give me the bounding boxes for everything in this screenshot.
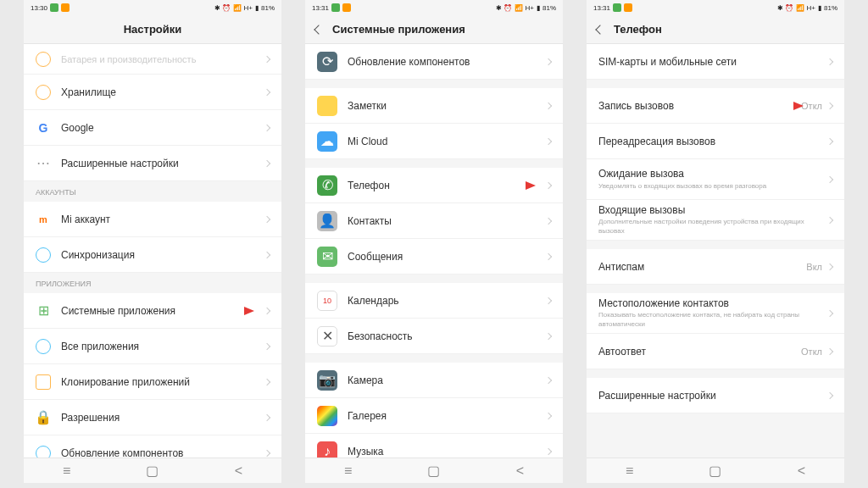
chevron-right-icon xyxy=(545,137,552,144)
chevron-right-icon xyxy=(264,251,270,258)
value: Вкл xyxy=(806,262,822,272)
label: Разрешения xyxy=(61,412,264,424)
sublabel: Уведомлять о входящих вызовах во время р… xyxy=(598,182,827,191)
value: Откл xyxy=(801,347,822,357)
chevron-right-icon xyxy=(826,102,833,108)
screen-phone-settings: 13:31 ✱ ⏰ 📶H+▮81% Телефон SIM-карты и мо… xyxy=(587,0,844,483)
label: Переадресация вызовов xyxy=(598,136,827,147)
notes-icon xyxy=(317,96,337,116)
label: Все приложения xyxy=(61,341,264,352)
screen-settings: 13:30 ✱ ⏰ 📶H+▮81% Настройки Батарея и пр… xyxy=(24,0,281,483)
chevron-right-icon xyxy=(826,347,833,354)
chevron-right-icon xyxy=(264,307,270,313)
status-net: H+ xyxy=(526,4,534,12)
row-call-forwarding[interactable]: Переадресация вызовов xyxy=(587,124,844,159)
nav-back-icon[interactable]: < xyxy=(514,465,526,477)
row-advanced-settings[interactable]: Расширенные настройки xyxy=(587,378,844,413)
chevron-right-icon xyxy=(545,447,552,454)
row-storage[interactable]: Хранилище xyxy=(24,75,281,110)
chevron-right-icon xyxy=(264,413,270,420)
nav-home-icon[interactable]: ▢ xyxy=(147,465,159,477)
chevron-right-icon xyxy=(545,217,552,224)
row-google[interactable]: G Google xyxy=(24,110,281,146)
row-battery[interactable]: Батарея и производительность xyxy=(24,44,281,75)
status-icons: ✱ ⏰ 📶 xyxy=(496,4,522,12)
row-messages[interactable]: ✉ Сообщения xyxy=(305,239,563,274)
status-badge-1 xyxy=(50,3,58,12)
row-security[interactable]: ✕ Безопасность xyxy=(305,319,563,354)
chevron-right-icon xyxy=(545,376,552,383)
titlebar: Телефон xyxy=(587,15,844,44)
value: Откл xyxy=(801,101,822,111)
nav-menu-icon[interactable]: ≡ xyxy=(624,465,636,477)
sublabel: Дополнительные настройки поведения устро… xyxy=(598,218,827,236)
row-sim[interactable]: SIM-карты и мобильные сети xyxy=(587,44,844,80)
nav-back-icon[interactable]: < xyxy=(232,465,244,477)
sync-icon xyxy=(36,247,51,263)
battery-icon: ▮ xyxy=(537,4,540,12)
section-accounts: АККАУНТЫ xyxy=(24,181,281,202)
row-all-apps[interactable]: Все приложения xyxy=(24,329,281,364)
row-notes[interactable]: Заметки xyxy=(305,88,563,124)
chevron-right-icon xyxy=(264,342,270,349)
nav-back-icon[interactable]: < xyxy=(795,465,807,477)
row-phone[interactable]: ✆ Телефон xyxy=(305,168,563,203)
chevron-right-icon xyxy=(545,412,552,419)
chevron-right-icon xyxy=(826,175,833,182)
chevron-right-icon xyxy=(264,215,270,222)
navbar: ≡ ▢ < xyxy=(24,458,281,483)
row-sync[interactable]: Синхронизация xyxy=(24,237,281,273)
status-time: 13:31 xyxy=(593,4,610,12)
chevron-right-icon xyxy=(826,263,833,269)
status-battery: 81% xyxy=(261,4,275,12)
row-advanced[interactable]: ⋯ Расширенные настройки xyxy=(24,146,281,181)
label: Сообщения xyxy=(348,251,546,263)
row-system-apps[interactable]: ⊞ Системные приложения xyxy=(24,293,281,329)
row-call-recording[interactable]: Запись вызовов Откл xyxy=(587,88,844,124)
page-title: Системные приложения xyxy=(332,23,465,36)
label: Входящие вызовы xyxy=(598,204,827,218)
label: Музыка xyxy=(348,446,546,458)
nav-menu-icon[interactable]: ≡ xyxy=(342,465,354,477)
row-mi-account[interactable]: m Mi аккаунт xyxy=(24,202,281,237)
row-micloud[interactable]: ☁ Mi Cloud xyxy=(305,124,563,159)
chevron-right-icon xyxy=(826,391,833,398)
row-auto-answer[interactable]: Автоответ Откл xyxy=(587,334,844,369)
chevron-right-icon xyxy=(545,102,552,108)
nav-home-icon[interactable]: ▢ xyxy=(709,465,721,477)
google-icon: G xyxy=(36,120,51,136)
row-gallery[interactable]: Галерея xyxy=(305,398,563,434)
label: SIM-карты и мобильные сети xyxy=(598,56,827,68)
chevron-right-icon xyxy=(545,58,552,64)
chevron-right-icon xyxy=(264,55,270,62)
label: Google xyxy=(61,122,264,134)
row-incoming-calls[interactable]: Входящие вызовы Дополнительные настройки… xyxy=(587,200,844,241)
status-net: H+ xyxy=(244,4,253,12)
label: Заметки xyxy=(348,100,546,112)
row-contacts[interactable]: 👤 Контакты xyxy=(305,203,563,239)
chevron-right-icon xyxy=(826,58,833,64)
status-time: 13:30 xyxy=(31,4,47,12)
row-camera[interactable]: 📷 Камера xyxy=(305,363,563,398)
back-icon[interactable] xyxy=(314,25,323,34)
row-clone-apps[interactable]: Клонирование приложений xyxy=(24,364,281,400)
row-calendar[interactable]: 10 Календарь xyxy=(305,283,563,319)
mi-icon: m xyxy=(36,212,51,227)
row-permissions[interactable]: 🔒 Разрешения xyxy=(24,400,281,435)
status-net: H+ xyxy=(807,4,815,12)
label: Системные приложения xyxy=(61,305,264,317)
row-antispam[interactable]: Антиспам Вкл xyxy=(587,249,844,285)
status-badge-2 xyxy=(61,3,70,12)
nav-menu-icon[interactable]: ≡ xyxy=(61,465,73,477)
section-apps: ПРИЛОЖЕНИЯ xyxy=(24,273,281,293)
back-icon[interactable] xyxy=(595,25,604,34)
row-call-waiting[interactable]: Ожидание вызова Уведомлять о входящих вы… xyxy=(587,159,844,200)
status-battery: 81% xyxy=(542,4,556,12)
status-badge-1 xyxy=(331,3,340,12)
nav-home-icon[interactable]: ▢ xyxy=(428,465,440,477)
camera-icon: 📷 xyxy=(317,370,337,391)
row-update-components[interactable]: ⟳ Обновление компонентов xyxy=(305,44,563,80)
row-contact-location[interactable]: Местоположение контактов Показывать мест… xyxy=(587,293,844,334)
label: Телефон xyxy=(348,180,546,191)
label: Синхронизация xyxy=(61,249,264,261)
